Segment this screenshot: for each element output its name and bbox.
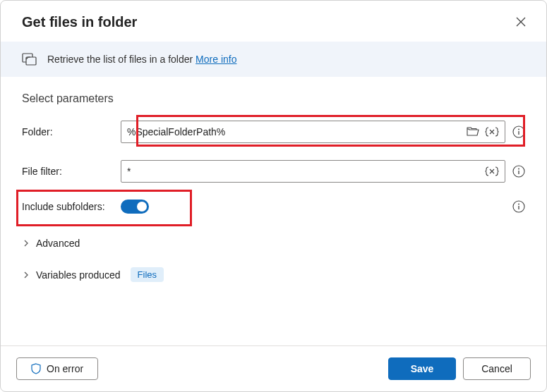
include-subfolders-toggle[interactable] — [121, 200, 149, 214]
close-button[interactable] — [512, 13, 529, 30]
variable-badge[interactable]: Files — [131, 267, 164, 282]
info-icon[interactable] — [512, 165, 525, 178]
dialog-footer: On error Save Cancel — [1, 345, 546, 391]
file-filter-input-box — [121, 160, 505, 183]
variables-expander[interactable]: Variables produced Files — [22, 260, 525, 289]
folder-input-box — [121, 121, 505, 143]
chevron-right-icon — [22, 239, 30, 247]
info-text: Retrieve the list of files in a folder M… — [47, 54, 236, 65]
include-subfolders-label: Include subfolders: — [22, 201, 121, 212]
on-error-button[interactable]: On error — [16, 357, 98, 380]
svg-point-3 — [518, 129, 519, 130]
advanced-label: Advanced — [36, 238, 80, 249]
param-folder-row: Folder: — [22, 121, 525, 143]
browse-folder-icon[interactable] — [467, 126, 479, 137]
dialog-title: Get files in folder — [22, 14, 137, 30]
cancel-button[interactable]: Cancel — [463, 357, 531, 380]
param-file-filter-row: File filter: — [22, 160, 525, 183]
more-info-link[interactable]: More info — [196, 54, 236, 65]
variables-label: Variables produced — [36, 269, 121, 281]
file-filter-input[interactable] — [127, 166, 485, 177]
section-title: Select parameters — [22, 92, 525, 105]
dialog-content: Select parameters Folder: — [1, 77, 546, 345]
svg-point-7 — [518, 204, 519, 205]
files-folder-icon — [22, 51, 37, 67]
dialog-header: Get files in folder — [1, 1, 546, 42]
info-bar: Retrieve the list of files in a folder M… — [1, 42, 546, 77]
advanced-expander[interactable]: Advanced — [22, 231, 525, 256]
folder-label: Folder: — [22, 126, 121, 137]
close-icon — [515, 16, 527, 27]
variable-picker-icon[interactable] — [485, 166, 499, 177]
variable-picker-icon[interactable] — [485, 126, 499, 137]
folder-input[interactable] — [127, 126, 467, 137]
chevron-right-icon — [22, 271, 30, 279]
param-include-subfolders-row: Include subfolders: — [22, 200, 525, 214]
info-icon[interactable] — [512, 125, 525, 138]
file-filter-label: File filter: — [22, 166, 121, 177]
svg-point-5 — [518, 169, 519, 170]
info-icon[interactable] — [512, 200, 525, 213]
save-button[interactable]: Save — [388, 357, 456, 380]
shield-icon — [31, 363, 41, 374]
